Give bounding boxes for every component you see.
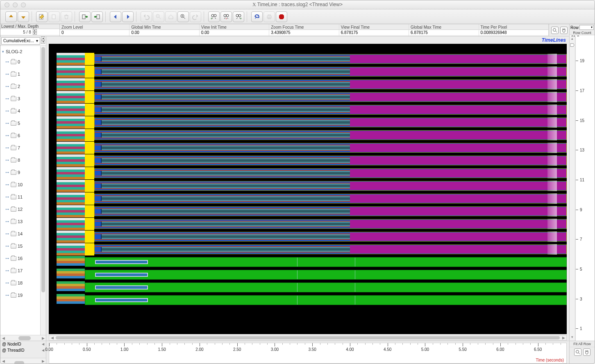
tree-node[interactable]: ⊶9 — [0, 166, 46, 179]
main-track[interactable] — [94, 105, 567, 115]
timeline-row[interactable] — [49, 154, 567, 167]
value-view-final[interactable]: 6.878175 — [339, 29, 409, 35]
timeline-row[interactable] — [49, 91, 567, 103]
timeline-row[interactable] — [49, 231, 567, 243]
value-zoom-level[interactable]: 0 — [60, 29, 129, 35]
tree-node[interactable]: ⊶11 — [0, 191, 46, 203]
sidebar-dd-up[interactable]: ▴ — [41, 36, 45, 40]
expand-icon[interactable]: ⊶ — [5, 244, 9, 248]
sidebar-vscrollbar[interactable] — [40, 46, 46, 335]
timeline-row[interactable] — [49, 243, 567, 255]
ruler-zoom-tool[interactable] — [574, 348, 581, 356]
minimize-window-button[interactable] — [13, 2, 18, 7]
tree-node[interactable]: ⊶19 — [0, 289, 46, 301]
main-track[interactable] — [94, 130, 567, 140]
depth-spin-down[interactable]: ▾ — [33, 32, 37, 35]
tree-view[interactable]: ▾ SLOG-2 ⊶0⊶1⊶2⊶3⊶4⊶5⊶6⊶7⊶8⊶9⊶10⊶11⊶12⊶1… — [0, 46, 46, 335]
sidebar-hscroll-right[interactable]: ▶ — [40, 336, 46, 340]
timeline-row[interactable] — [49, 116, 567, 129]
ruler-scale[interactable]: 191715131197531 — [575, 36, 595, 341]
canvas-hscroll-thumb[interactable] — [56, 336, 560, 339]
tree-node[interactable]: ⊶8 — [0, 154, 46, 166]
main-track[interactable] — [94, 143, 567, 153]
tree-node[interactable]: ⊶2 — [0, 80, 46, 93]
tree-node[interactable]: ⊶7 — [0, 142, 46, 154]
zoom-in-button[interactable] — [177, 11, 189, 22]
footer-hscrollbar[interactable]: ◀ ▶ — [0, 358, 46, 364]
tree-node[interactable]: ⊶4 — [0, 105, 46, 117]
value-time-per-pixel[interactable]: 0.0089326948 — [479, 29, 548, 35]
timeline-row[interactable] — [49, 129, 567, 141]
sidebar-hscrollbar[interactable]: ◀ ▶ — [0, 335, 46, 341]
expand-icon[interactable]: ⊶ — [5, 121, 9, 125]
main-track[interactable] — [85, 257, 567, 267]
timeline-row[interactable] — [49, 66, 567, 78]
sidebar-vscroll-thumb[interactable] — [41, 47, 45, 292]
search-backward-button[interactable] — [208, 11, 220, 22]
tree-node[interactable]: ⊶13 — [0, 215, 46, 228]
expand-icon[interactable]: ⊶ — [5, 60, 9, 64]
timeline-row[interactable] — [49, 167, 567, 179]
timeline-canvas[interactable] — [49, 44, 567, 334]
tree-node[interactable]: ⊶12 — [0, 203, 46, 215]
refresh-button[interactable] — [251, 11, 263, 22]
search-forward-button[interactable] — [233, 11, 244, 22]
close-window-button[interactable] — [5, 2, 9, 7]
main-track[interactable] — [94, 181, 567, 191]
zoom-window-button[interactable] — [21, 2, 26, 7]
main-track[interactable] — [94, 219, 567, 229]
ruler-vscrollbar[interactable]: ▴ ▾ — [570, 36, 575, 341]
step-in-button[interactable] — [91, 11, 103, 22]
tree-node[interactable]: ⊶3 — [0, 93, 46, 105]
tree-node[interactable]: ⊶18 — [0, 277, 46, 289]
fit-all-row-button[interactable]: Fit All Row — [570, 341, 595, 347]
expand-icon[interactable]: ⊶ — [5, 158, 9, 162]
time-axis[interactable]: 0.000.501.001.502.002.503.003.504.004.50… — [49, 343, 567, 364]
expand-icon[interactable]: ⊶ — [5, 84, 9, 88]
expand-icon[interactable]: ⊶ — [5, 109, 9, 113]
edit-button[interactable] — [36, 11, 48, 22]
main-track[interactable] — [94, 168, 567, 178]
expand-icon[interactable]: ⊶ — [5, 133, 9, 138]
ruler-scroll-down[interactable]: ▾ — [570, 335, 575, 341]
timeline-row[interactable] — [49, 192, 567, 205]
canvas-hscroll-left[interactable]: ◀ — [49, 336, 55, 340]
expand-icon[interactable]: ⊶ — [5, 183, 9, 187]
next-button[interactable] — [122, 11, 134, 22]
tree-node[interactable]: ⊶15 — [0, 240, 46, 252]
tree-node[interactable]: ⊶16 — [0, 252, 46, 265]
tree-node[interactable]: ⊶17 — [0, 265, 46, 277]
expand-icon[interactable]: ⊶ — [5, 232, 9, 236]
tree-node[interactable]: ⊶10 — [0, 179, 46, 191]
scroll-down-button[interactable] — [18, 11, 29, 22]
main-track[interactable] — [94, 67, 567, 77]
step-out-button[interactable] — [79, 11, 91, 22]
canvas-hscrollbar[interactable]: ◀ ▶ — [49, 335, 567, 341]
timeline-row[interactable] — [49, 104, 567, 116]
expand-icon[interactable]: ⊶ — [5, 281, 9, 285]
timeline-row[interactable] — [49, 256, 567, 268]
canvas-hand-tool[interactable] — [560, 27, 568, 34]
value-global-max[interactable]: 6.878175 — [409, 29, 478, 35]
depth-spin-up[interactable]: ▴ — [33, 29, 37, 32]
main-track[interactable] — [85, 295, 567, 305]
main-track[interactable] — [85, 283, 567, 292]
node-id-row[interactable]: @ NodeID — [0, 341, 46, 347]
main-track[interactable] — [94, 54, 567, 64]
timeline-row[interactable] — [49, 78, 567, 90]
expand-icon[interactable]: ⊶ — [5, 195, 9, 199]
main-track[interactable] — [85, 270, 567, 280]
expand-icon[interactable]: ⊶ — [5, 269, 9, 273]
main-track[interactable] — [94, 194, 567, 203]
tree-node[interactable]: ⊶0 — [0, 56, 46, 68]
ruler-marker-icon[interactable] — [570, 43, 575, 47]
scroll-up-button[interactable] — [5, 11, 17, 22]
main-track[interactable] — [94, 79, 567, 89]
expand-icon[interactable]: ⊶ — [5, 207, 9, 211]
timeline-row[interactable] — [49, 281, 567, 294]
timeline-row[interactable] — [49, 53, 567, 65]
tree-node[interactable]: ⊶14 — [0, 228, 46, 240]
main-track[interactable] — [94, 206, 567, 216]
expand-icon[interactable]: ⊶ — [5, 97, 9, 101]
expand-icon[interactable]: ⊶ — [5, 146, 9, 150]
